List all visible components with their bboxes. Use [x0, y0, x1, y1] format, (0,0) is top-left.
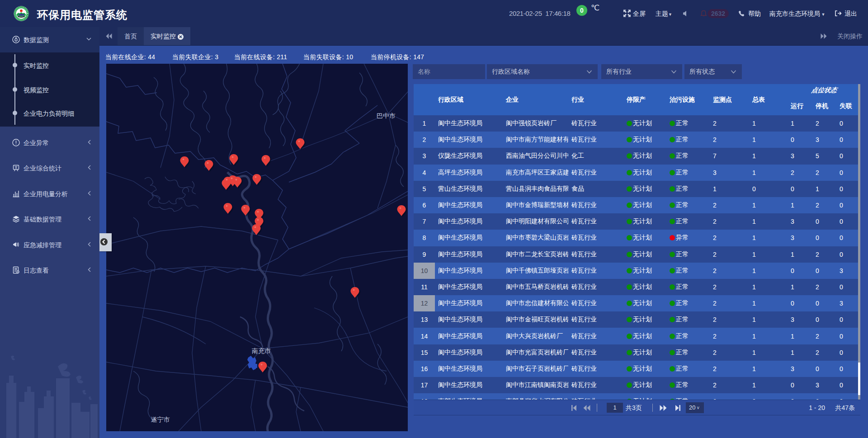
svg-text:巴中市: 巴中市	[377, 112, 396, 119]
svg-text:南充市: 南充市	[252, 347, 271, 354]
svg-text:遂宁市: 遂宁市	[151, 416, 170, 423]
